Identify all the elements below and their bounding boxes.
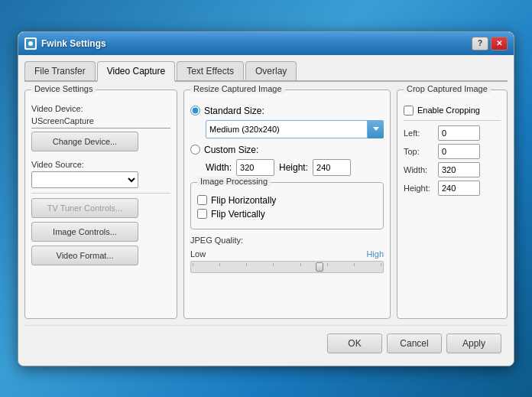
video-source-select[interactable] [31,171,138,188]
resize-title: Resize Captured Image [190,84,285,93]
tick-7 [354,263,355,266]
window-body: File Transfer Video Capture Text Effects… [18,55,514,366]
quality-high-label: High [366,249,384,259]
tick-8 [381,263,381,266]
video-device-value: UScreenCapture [31,116,94,125]
height-input[interactable]: 240 [313,159,351,176]
standard-size-select-wrapper: Medium (320x240) [206,120,384,138]
custom-size-label: Custom Size: [204,145,258,155]
crop-width-label: Width: [404,165,434,174]
apply-button[interactable]: Apply [446,334,501,353]
crop-top-row: Top: [404,144,501,159]
tick-5 [300,263,301,266]
video-source-select-row [31,171,170,188]
tab-file-transfer[interactable]: File Transfer [24,61,96,80]
change-device-button[interactable]: Change Device... [31,132,138,151]
flip-vertical-label: Flip Vertically [211,209,265,220]
quality-slider-track [190,261,384,273]
image-processing-title: Image Processing [197,177,271,186]
jpeg-quality-section: JPEG Quality: Low High [190,236,384,273]
crop-top-input[interactable] [438,144,480,159]
video-format-button[interactable]: Video Format... [31,246,138,265]
standard-size-row: Standard Size: [190,106,384,116]
tab-bar: File Transfer Video Capture Text Effects… [24,61,508,82]
crop-width-row: Width: [404,162,501,177]
flip-vertical-row: Flip Vertically [197,209,377,220]
device-settings-title: Device Settings [31,84,96,93]
crop-height-label: Height: [404,184,434,193]
video-source-row: Video Source: [31,160,170,188]
jpeg-quality-label: JPEG Quality: [190,236,384,245]
resize-panel: Resize Captured Image Standard Size: Med… [183,89,391,319]
tv-tuner-controls-button[interactable]: TV Tuner Controls... [31,198,138,218]
tick-4 [273,263,274,266]
tick-3 [246,263,247,266]
crop-height-input[interactable] [438,181,480,196]
enable-cropping-row: Enable Cropping [404,106,501,116]
standard-size-select[interactable]: Medium (320x240) [206,120,384,138]
crop-title: Crop Captured Image [404,84,491,93]
tab-text-effects[interactable]: Text Effects [177,61,244,80]
standard-size-label: Standard Size: [204,106,264,116]
image-controls-button[interactable]: Image Controls... [31,222,138,242]
enable-cropping-checkbox[interactable] [404,106,414,116]
tab-video-capture[interactable]: Video Capture [97,61,176,82]
tab-overlay[interactable]: Overlay [245,61,297,80]
custom-size-radio[interactable] [190,145,200,155]
enable-cropping-label: Enable Cropping [417,106,480,115]
crop-width-input[interactable] [438,162,480,177]
video-source-label: Video Source: [31,160,170,169]
main-window: Fwink Settings ? ✕ File Transfer Video C… [18,31,514,366]
cancel-button[interactable]: Cancel [387,334,442,353]
tick-1 [193,263,193,266]
tick-2 [219,263,220,266]
crop-left-label: Left: [404,129,434,138]
video-device-label: Video Device: [31,104,170,113]
close-button[interactable]: ✕ [491,37,508,50]
footer: OK Cancel Apply [24,325,508,360]
custom-size-row: Custom Size: [190,145,384,155]
slider-ticks [191,262,383,266]
help-button[interactable]: ? [472,37,488,50]
crop-separator [404,120,501,121]
image-processing-panel: Image Processing Flip Horizontally Flip … [190,182,384,229]
height-label: Height: [279,162,308,173]
tick-6 [327,263,328,266]
quality-low-label: Low [190,249,206,259]
window-icon [24,37,37,50]
title-bar-buttons: ? ✕ [472,37,508,50]
crop-left-row: Left: [404,125,501,141]
flip-horizontal-label: Flip Horizontally [211,195,276,206]
crop-height-row: Height: [404,181,501,196]
ok-button[interactable]: OK [327,334,382,353]
video-device-row: Video Device: UScreenCapture Change Devi… [31,104,170,155]
crop-top-label: Top: [404,147,434,156]
svg-point-1 [28,41,33,46]
flip-horizontal-checkbox[interactable] [197,195,207,205]
quality-slider-thumb[interactable] [316,262,323,272]
window-title: Fwink Settings [41,38,472,49]
flip-horizontal-row: Flip Horizontally [197,195,377,206]
crop-panel: Crop Captured Image Enable Cropping Left… [397,89,508,319]
custom-size-inputs: Width: 320 Height: 240 [206,159,384,176]
flip-vertical-checkbox[interactable] [197,209,207,219]
width-label: Width: [206,162,232,173]
width-input[interactable]: 320 [236,159,274,176]
standard-size-radio[interactable] [190,106,200,116]
crop-left-input[interactable] [438,125,480,141]
device-settings-panel: Device Settings Video Device: UScreenCap… [24,89,177,319]
separator [31,193,170,194]
quality-labels: Low High [190,249,384,259]
content-area: Device Settings Video Device: UScreenCap… [24,89,508,319]
title-bar: Fwink Settings ? ✕ [18,32,514,55]
